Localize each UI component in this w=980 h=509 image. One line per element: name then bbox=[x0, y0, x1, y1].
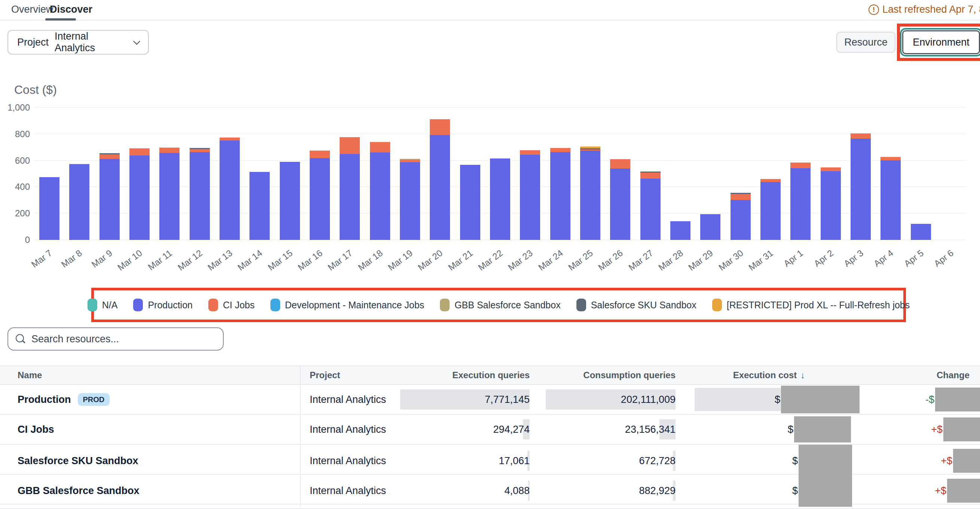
bar-slot-mar-8[interactable] bbox=[64, 108, 94, 240]
bar-segment[interactable] bbox=[370, 142, 390, 152]
bar-slot-mar-14[interactable] bbox=[245, 108, 275, 240]
bar-segment[interactable] bbox=[159, 153, 180, 240]
bar-segment[interactable] bbox=[430, 119, 450, 135]
legend-item[interactable]: [RESTRICTED] Prod XL -- Full-Refresh job… bbox=[712, 299, 910, 311]
bar-segment[interactable] bbox=[760, 182, 781, 240]
bar-segment[interactable] bbox=[911, 224, 931, 240]
project-filter-dropdown[interactable]: Project Internal Analytics bbox=[8, 30, 149, 55]
bar-slot-mar-25[interactable] bbox=[575, 108, 605, 240]
bar-slot-apr-6[interactable] bbox=[936, 108, 966, 240]
search-input[interactable] bbox=[32, 333, 211, 345]
bar-slot-mar-15[interactable] bbox=[275, 108, 305, 240]
legend-item[interactable]: CI Jobs bbox=[208, 299, 255, 311]
bar-segment[interactable] bbox=[520, 155, 540, 240]
bar-segment[interactable] bbox=[340, 154, 360, 240]
bar-segment[interactable] bbox=[100, 154, 120, 159]
bar-segment[interactable] bbox=[670, 221, 690, 240]
bar-slot-mar-20[interactable] bbox=[425, 108, 455, 240]
bar-segment[interactable] bbox=[340, 137, 360, 154]
bar-slot-apr-1[interactable] bbox=[786, 108, 815, 240]
bar-slot-mar-22[interactable] bbox=[485, 108, 515, 240]
bar-segment[interactable] bbox=[370, 152, 390, 240]
bar-segment[interactable] bbox=[460, 165, 480, 240]
bar-segment[interactable] bbox=[39, 177, 59, 240]
legend-item[interactable]: N/A bbox=[88, 299, 118, 311]
bar-segment[interactable] bbox=[220, 138, 240, 141]
table-row[interactable]: ProductionPRODInternal Analytics7,771,14… bbox=[0, 385, 980, 415]
bar-slot-mar-7[interactable] bbox=[34, 108, 64, 240]
bar-segment[interactable] bbox=[550, 152, 570, 240]
bar-slot-mar-9[interactable] bbox=[95, 108, 124, 240]
bar-segment[interactable] bbox=[220, 141, 240, 240]
bar-segment[interactable] bbox=[580, 151, 600, 240]
bar-segment[interactable] bbox=[821, 167, 841, 171]
tab-overview[interactable]: Overview bbox=[11, 4, 54, 15]
bar-segment[interactable] bbox=[730, 200, 751, 240]
bar-segment[interactable] bbox=[159, 147, 180, 153]
bar-segment[interactable] bbox=[880, 160, 901, 240]
legend-item[interactable]: Development - Maintenance Jobs bbox=[270, 299, 424, 311]
table-row[interactable]: CI JobsInternal Analytics294,27423,156,3… bbox=[0, 415, 980, 445]
resource-name[interactable]: GBB Salesforce Sandbox bbox=[18, 485, 140, 497]
bar-slot-mar-27[interactable] bbox=[635, 108, 665, 240]
bar-segment[interactable] bbox=[880, 157, 901, 160]
bar-slot-mar-21[interactable] bbox=[455, 108, 485, 240]
search-box[interactable] bbox=[8, 327, 224, 350]
resource-name[interactable]: CI Jobs bbox=[18, 424, 54, 435]
column-header-consumption-queries[interactable]: Consumption queries bbox=[533, 366, 679, 384]
bar-slot-mar-19[interactable] bbox=[395, 108, 425, 240]
bar-slot-apr-5[interactable] bbox=[905, 108, 935, 240]
column-header-execution-queries[interactable]: Execution queries bbox=[398, 366, 533, 384]
bar-slot-mar-24[interactable] bbox=[545, 108, 575, 240]
column-header-name[interactable]: Name bbox=[0, 366, 301, 384]
column-header-execution-cost[interactable]: Execution cost ↓ bbox=[679, 366, 862, 384]
column-header-project[interactable]: Project bbox=[301, 366, 398, 384]
bar-segment[interactable] bbox=[100, 159, 120, 240]
bar-segment[interactable] bbox=[851, 133, 871, 139]
resource-name[interactable]: Salesforce SKU Sandbox bbox=[18, 455, 138, 467]
bar-slot-mar-26[interactable] bbox=[605, 108, 635, 240]
bar-segment[interactable] bbox=[250, 172, 270, 240]
bar-segment[interactable] bbox=[430, 135, 450, 240]
bar-slot-apr-2[interactable] bbox=[815, 108, 845, 240]
legend-item[interactable]: Production bbox=[133, 299, 192, 311]
bar-segment[interactable] bbox=[400, 162, 420, 240]
bar-slot-mar-10[interactable] bbox=[124, 108, 154, 240]
bar-slot-mar-28[interactable] bbox=[665, 108, 695, 240]
bar-segment[interactable] bbox=[189, 152, 210, 240]
bar-segment[interactable] bbox=[610, 159, 630, 168]
bar-segment[interactable] bbox=[730, 194, 751, 200]
bar-segment[interactable] bbox=[821, 171, 841, 240]
environment-toggle-button[interactable]: Environment bbox=[902, 30, 980, 54]
bar-slot-mar-30[interactable] bbox=[725, 108, 755, 240]
bar-segment[interactable] bbox=[610, 168, 630, 240]
table-row[interactable]: Salesforce SKU SandboxInternal Analytics… bbox=[0, 445, 980, 475]
bar-segment[interactable] bbox=[791, 168, 811, 240]
bar-segment[interactable] bbox=[280, 162, 300, 240]
bar-slot-apr-4[interactable] bbox=[876, 108, 905, 240]
resource-toggle-button[interactable]: Resource bbox=[836, 32, 896, 53]
bar-segment[interactable] bbox=[129, 155, 150, 240]
tab-discover[interactable]: Discover bbox=[50, 4, 92, 15]
bar-slot-apr-3[interactable] bbox=[846, 108, 876, 240]
bar-segment[interactable] bbox=[550, 148, 570, 152]
bar-slot-mar-29[interactable] bbox=[695, 108, 725, 240]
legend-item[interactable]: Salesforce SKU Sandbox bbox=[576, 299, 697, 311]
bar-slot-mar-11[interactable] bbox=[154, 108, 185, 240]
legend-item[interactable]: GBB Salesforce Sandbox bbox=[440, 299, 561, 311]
bar-slot-mar-12[interactable] bbox=[185, 108, 215, 240]
bar-segment[interactable] bbox=[700, 214, 721, 240]
bar-segment[interactable] bbox=[490, 159, 510, 240]
bar-slot-mar-31[interactable] bbox=[756, 108, 786, 240]
bar-segment[interactable] bbox=[310, 158, 330, 240]
resource-name[interactable]: Production bbox=[18, 394, 71, 406]
bar-slot-mar-16[interactable] bbox=[305, 108, 335, 240]
table-row[interactable]: GBB Salesforce SandboxInternal Analytics… bbox=[0, 475, 980, 504]
bar-segment[interactable] bbox=[310, 151, 330, 158]
bar-slot-mar-23[interactable] bbox=[515, 108, 545, 240]
bar-segment[interactable] bbox=[851, 139, 871, 240]
bar-segment[interactable] bbox=[760, 179, 781, 182]
bar-segment[interactable] bbox=[189, 149, 210, 152]
bar-slot-mar-13[interactable] bbox=[215, 108, 245, 240]
bar-segment[interactable] bbox=[791, 163, 811, 168]
